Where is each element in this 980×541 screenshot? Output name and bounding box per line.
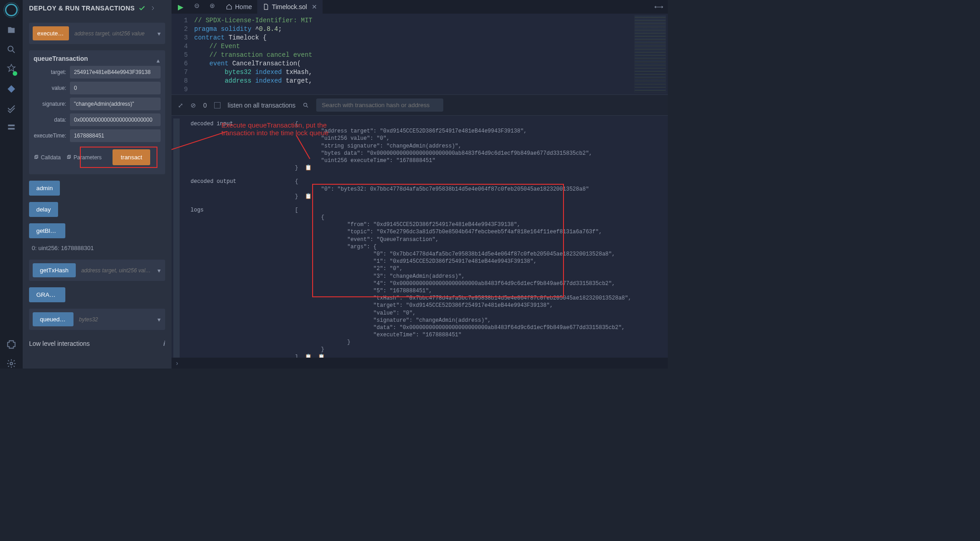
listen-checkbox[interactable] bbox=[214, 102, 220, 108]
terminal-output[interactable]: Execute queueTransaction, put the transa… bbox=[172, 116, 668, 358]
expand-icon[interactable]: ⟷ bbox=[650, 3, 668, 10]
svg-line-1 bbox=[13, 51, 15, 53]
line-numbers: 123456789 bbox=[172, 14, 194, 94]
get-block-times-button[interactable]: getBlockTimes bbox=[29, 223, 65, 238]
queued-transa-button[interactable]: queuedTransa bbox=[33, 312, 74, 326]
queue-transaction-box: queueTransaction ▴ target: value: signat… bbox=[29, 50, 165, 174]
svg-rect-2 bbox=[8, 125, 15, 127]
run-icon[interactable]: ▶ bbox=[172, 3, 190, 11]
tab-bar: ▶ Home Timelock.sol ✕ ⟷ bbox=[172, 0, 668, 14]
code-editor[interactable]: 123456789 // SPDX-License-Identifier: MI… bbox=[172, 14, 668, 94]
info-icon[interactable]: i bbox=[163, 340, 165, 347]
calldata-link[interactable]: Calldata bbox=[34, 154, 61, 161]
terminal-search-input[interactable] bbox=[316, 98, 443, 112]
minimap[interactable] bbox=[634, 15, 666, 93]
low-level-interactions: Low level interactions i bbox=[29, 336, 165, 351]
copy-icon bbox=[66, 155, 72, 160]
terminal-footer: › bbox=[172, 358, 668, 369]
svg-point-0 bbox=[8, 46, 13, 51]
grace-period-button[interactable]: GRACE_PERIOD bbox=[29, 287, 65, 302]
zoom-in-icon[interactable] bbox=[205, 3, 220, 11]
unit-test-icon[interactable] bbox=[6, 122, 16, 132]
queue-transaction-title: queueTransaction bbox=[34, 55, 88, 62]
decoded-output-body: { "0": "bytes32: 0x7bbc4778d4afa5bc7e958… bbox=[295, 178, 666, 200]
search-icon[interactable] bbox=[6, 44, 16, 54]
home-icon bbox=[226, 4, 232, 10]
param-input-executetime[interactable] bbox=[70, 129, 161, 142]
chevron-right-icon[interactable] bbox=[150, 5, 156, 11]
zoom-out-icon[interactable] bbox=[190, 3, 205, 11]
check-icon bbox=[138, 5, 146, 12]
chevron-down-icon[interactable]: ▾ bbox=[157, 315, 162, 324]
decoded-input-label: decoded input bbox=[181, 120, 295, 172]
queued-transa-input[interactable] bbox=[77, 315, 153, 325]
annotation-redbox-transact: transact bbox=[80, 147, 157, 168]
svg-rect-3 bbox=[8, 128, 15, 130]
decoded-output-label: decoded output bbox=[181, 178, 295, 200]
svg-point-14 bbox=[304, 103, 307, 106]
chevron-down-icon[interactable]: ▾ bbox=[157, 266, 162, 275]
svg-point-4 bbox=[10, 362, 13, 365]
tx-pending-count: 0 bbox=[203, 102, 207, 109]
param-input-data[interactable] bbox=[70, 113, 161, 126]
copy-icon bbox=[34, 155, 39, 160]
tab-home[interactable]: Home bbox=[220, 0, 257, 14]
listen-label: listen on all transactions bbox=[228, 102, 295, 109]
admin-button[interactable]: admin bbox=[29, 181, 60, 196]
param-label-signature: signature: bbox=[34, 101, 70, 107]
plugin-manager-icon[interactable] bbox=[6, 339, 16, 349]
close-tab-icon[interactable]: ✕ bbox=[312, 3, 317, 10]
svg-line-15 bbox=[307, 106, 308, 107]
execute-transaction-button[interactable]: executeTransa bbox=[33, 26, 69, 40]
deploy-run-icon[interactable] bbox=[6, 84, 16, 94]
terminal-toolbar: ⤢ ⊘ 0 listen on all transactions bbox=[172, 94, 668, 116]
queued-transa-box: queuedTransa ▾ bbox=[29, 309, 165, 330]
logs-body: [ { "from": "0xd9145CCE52D386f254917e481… bbox=[295, 207, 666, 358]
compiler-icon[interactable] bbox=[6, 64, 16, 75]
get-tx-hash-box: getTxHash ▾ bbox=[29, 260, 165, 281]
vertical-iconbar bbox=[0, 0, 23, 369]
param-input-target[interactable] bbox=[70, 66, 161, 79]
get-block-times-result: 0: uint256: 1678888301 bbox=[32, 245, 165, 251]
code-content[interactable]: // SPDX-License-Identifier: MITpragma so… bbox=[194, 14, 668, 94]
chevron-down-icon[interactable]: ▾ bbox=[157, 29, 162, 38]
param-label-data: data: bbox=[34, 117, 70, 123]
param-input-signature[interactable] bbox=[70, 98, 161, 110]
logs-label: logs bbox=[181, 207, 295, 358]
param-label-target: target: bbox=[34, 69, 70, 75]
terminal-search-icon[interactable] bbox=[303, 102, 309, 108]
execute-transaction-box: executeTransa ▾ bbox=[29, 23, 165, 44]
chevron-up-icon[interactable]: ▴ bbox=[156, 56, 161, 65]
delay-button[interactable]: delay bbox=[29, 202, 58, 217]
clear-terminal-icon[interactable]: ⊘ bbox=[191, 102, 196, 109]
terminal-timeline bbox=[173, 118, 180, 358]
expand-terminal-icon[interactable]: ⤢ bbox=[178, 102, 183, 109]
execute-transaction-input[interactable] bbox=[73, 29, 153, 39]
remix-logo-icon[interactable] bbox=[5, 4, 18, 16]
panel-title: DEPLOY & RUN TRANSACTIONS bbox=[29, 5, 135, 12]
param-input-value[interactable] bbox=[70, 82, 161, 94]
transact-button[interactable]: transact bbox=[113, 149, 150, 165]
debugger-icon[interactable] bbox=[6, 103, 16, 113]
get-tx-hash-input[interactable] bbox=[79, 266, 153, 275]
deploy-run-panel: DEPLOY & RUN TRANSACTIONS executeTransa … bbox=[23, 0, 172, 369]
file-explorer-icon[interactable] bbox=[6, 25, 16, 35]
param-label-executetime: executeTime: bbox=[34, 133, 70, 139]
get-tx-hash-button[interactable]: getTxHash bbox=[33, 263, 76, 277]
panel-header: DEPLOY & RUN TRANSACTIONS bbox=[23, 0, 172, 16]
main-area: ▶ Home Timelock.sol ✕ ⟷ 123456789 // SPD… bbox=[172, 0, 668, 369]
decoded-input-body: { "address target": "0xd9145CCE52D386f25… bbox=[295, 120, 666, 172]
terminal-prompt-icon[interactable]: › bbox=[176, 359, 178, 367]
solidity-file-icon bbox=[263, 4, 269, 10]
param-label-value: value: bbox=[34, 85, 70, 91]
settings-gear-icon[interactable] bbox=[6, 359, 16, 369]
tab-timelock[interactable]: Timelock.sol ✕ bbox=[257, 0, 322, 14]
